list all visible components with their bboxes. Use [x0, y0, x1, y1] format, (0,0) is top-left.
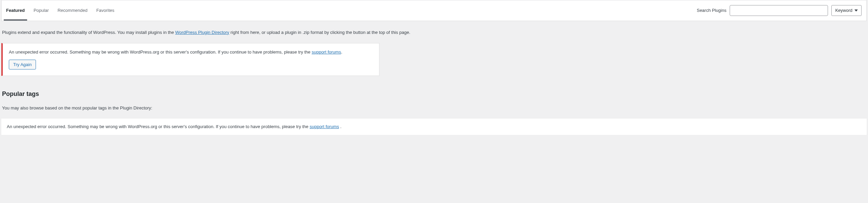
tabs: Featured Popular Recommended Favorites — [2, 0, 119, 21]
support-forums-link[interactable]: support forums — [312, 49, 341, 55]
tab-featured[interactable]: Featured — [2, 0, 29, 21]
search-area: Search Plugins Keyword — [697, 1, 862, 20]
notice-message-pre: An unexpected error occurred. Something … — [9, 49, 312, 55]
popular-tags-error: An unexpected error occurred. Something … — [1, 119, 867, 135]
tab-recommended[interactable]: Recommended — [53, 0, 92, 21]
description-post: right from here, or upload a plugin in .… — [229, 30, 410, 35]
tags-support-forums-link[interactable]: support forums — [310, 124, 339, 129]
tab-popular[interactable]: Popular — [29, 0, 53, 21]
popular-tags-heading: Popular tags — [2, 89, 867, 99]
search-type-label: Keyword — [835, 7, 852, 14]
notice-message-post: . — [341, 49, 342, 55]
try-again-button[interactable]: Try Again — [9, 60, 36, 69]
search-type-select[interactable]: Keyword — [831, 5, 862, 16]
tags-error-post: . — [339, 124, 341, 129]
tab-favorites[interactable]: Favorites — [92, 0, 119, 21]
search-input[interactable] — [730, 5, 828, 16]
description-pre: Plugins extend and expand the functional… — [2, 30, 175, 35]
filter-bar: Featured Popular Recommended Favorites S… — [1, 0, 867, 21]
plugin-directory-link[interactable]: WordPress Plugin Directory — [175, 30, 229, 35]
plugins-description: Plugins extend and expand the functional… — [2, 29, 867, 36]
chevron-down-icon — [854, 9, 858, 12]
search-label: Search Plugins — [697, 7, 726, 14]
tags-error-pre: An unexpected error occurred. Something … — [7, 124, 310, 129]
popular-tags-sub: You may also browse based on the most po… — [2, 105, 867, 111]
error-notice: An unexpected error occurred. Something … — [1, 43, 379, 76]
